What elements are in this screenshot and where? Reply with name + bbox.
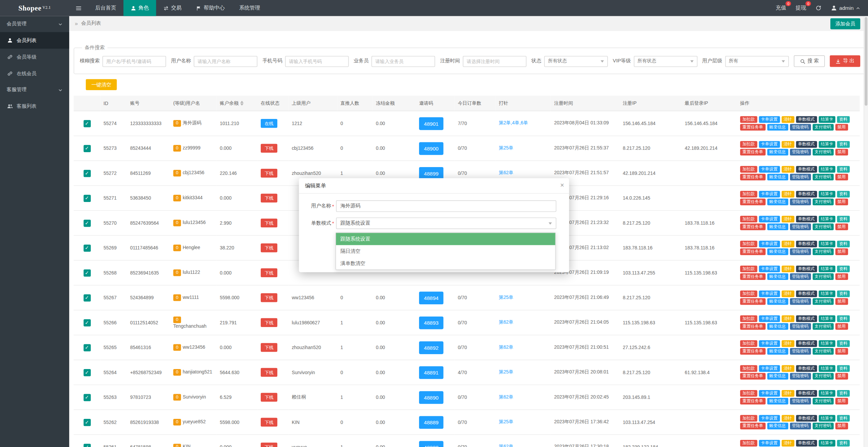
action-profile-button[interactable]: 资料: [837, 116, 850, 123]
reg-time-input[interactable]: [463, 56, 527, 67]
action-account-change-info-button[interactable]: 账变信息: [767, 323, 788, 330]
action-reset-task-order-button[interactable]: 重置任务单: [740, 149, 765, 156]
row-checkbox[interactable]: [83, 394, 91, 401]
nav-item-role[interactable]: 角色: [123, 0, 156, 16]
dropdown-option-1[interactable]: 隔日清空: [336, 245, 555, 257]
refresh-icon[interactable]: [815, 5, 822, 11]
action-add-deduct-button[interactable]: 加扣款: [740, 141, 757, 148]
needle-link[interactable]: 第25单: [499, 145, 513, 150]
action-reset-task-order-button[interactable]: 重置任务单: [740, 199, 765, 205]
action-clear-needle-button[interactable]: 清针: [781, 265, 794, 272]
action-settlement-card-button[interactable]: 结算卡: [818, 216, 835, 222]
action-profile-button[interactable]: 资料: [837, 415, 850, 422]
action-disable-button[interactable]: 禁用: [835, 248, 848, 255]
sidebar-item-member-list[interactable]: 会员列表: [0, 32, 69, 49]
action-add-deduct-button[interactable]: 加扣款: [740, 265, 757, 272]
action-disable-button[interactable]: 禁用: [835, 298, 848, 305]
table-header-3[interactable]: 账户余额: [216, 96, 257, 111]
action-account-change-info-button[interactable]: 账变信息: [767, 248, 788, 255]
row-checkbox[interactable]: [83, 120, 91, 127]
action-add-deduct-button[interactable]: 加扣款: [740, 116, 757, 123]
invite-code-button[interactable]: 48894: [419, 291, 443, 304]
action-clear-needle-button[interactable]: 清针: [781, 141, 794, 148]
sort-icon[interactable]: [240, 101, 244, 106]
action-reset-task-order-button[interactable]: 重置任务单: [740, 373, 765, 380]
action-login-password-button[interactable]: 登陆密码: [790, 398, 811, 404]
action-clear-needle-button[interactable]: 清针: [781, 340, 794, 347]
action-settlement-card-button[interactable]: 结算卡: [818, 116, 835, 123]
action-disable-button[interactable]: 禁用: [835, 323, 848, 330]
export-button[interactable]: 导 出: [830, 55, 860, 67]
action-order-count-mode-button[interactable]: 单数模式: [796, 340, 817, 347]
action-pay-password-button[interactable]: 支付密码: [812, 174, 833, 180]
invite-code-button[interactable]: 48893: [419, 316, 443, 329]
action-profile-button[interactable]: 资料: [837, 390, 850, 397]
action-profile-button[interactable]: 资料: [837, 166, 850, 172]
nav-item-trade[interactable]: 交易: [156, 0, 189, 16]
action-clear-needle-button[interactable]: 清针: [781, 166, 794, 172]
action-pay-password-button[interactable]: 支付密码: [812, 273, 833, 280]
action-add-deduct-button[interactable]: 加扣款: [740, 290, 757, 297]
username-input[interactable]: [194, 56, 257, 67]
status-select[interactable]: 所有状态: [544, 56, 608, 67]
row-checkbox[interactable]: [83, 294, 91, 301]
invite-code-button[interactable]: 48901: [419, 117, 443, 130]
action-pay-password-button[interactable]: 支付密码: [812, 348, 833, 355]
row-checkbox[interactable]: [83, 269, 91, 276]
action-pay-password-button[interactable]: 支付密码: [812, 248, 833, 255]
invite-code-button[interactable]: 48890: [419, 391, 443, 404]
action-clear-needle-button[interactable]: 清针: [781, 191, 794, 198]
action-card-order-setting-button[interactable]: 卡单设置: [759, 415, 780, 422]
action-settlement-card-button[interactable]: 结算卡: [818, 315, 835, 322]
row-checkbox[interactable]: [83, 145, 91, 152]
action-login-password-button[interactable]: 登陆密码: [790, 323, 811, 330]
action-order-count-mode-button[interactable]: 单数模式: [796, 290, 817, 297]
invite-code-button[interactable]: 48891: [419, 366, 443, 379]
action-order-count-mode-button[interactable]: 单数模式: [796, 116, 817, 123]
action-login-password-button[interactable]: 登陆密码: [790, 373, 811, 380]
needle-link[interactable]: 第62单: [499, 344, 513, 350]
action-card-order-setting-button[interactable]: 卡单设置: [759, 241, 780, 247]
action-login-password-button[interactable]: 登陆密码: [790, 298, 811, 305]
action-add-deduct-button[interactable]: 加扣款: [740, 166, 757, 172]
recharge-link[interactable]: 充值 0: [776, 4, 786, 12]
clear-all-button[interactable]: 一键清空: [86, 79, 117, 90]
dropdown-option-0[interactable]: 跟随系统设置: [336, 233, 555, 245]
action-login-password-button[interactable]: 登陆密码: [790, 273, 811, 280]
close-icon[interactable]: ×: [560, 178, 564, 193]
salesman-input[interactable]: [372, 56, 435, 67]
action-card-order-setting-button[interactable]: 卡单设置: [759, 315, 780, 322]
action-reset-task-order-button[interactable]: 重置任务单: [740, 273, 765, 280]
action-account-change-info-button[interactable]: 账变信息: [767, 298, 788, 305]
action-settlement-card-button[interactable]: 结算卡: [818, 340, 835, 347]
action-pay-password-button[interactable]: 支付密码: [812, 423, 833, 429]
action-add-deduct-button[interactable]: 加扣款: [740, 216, 757, 222]
action-pay-password-button[interactable]: 支付密码: [812, 124, 833, 130]
action-pay-password-button[interactable]: 支付密码: [812, 149, 833, 156]
invite-code-button[interactable]: 48889: [419, 416, 443, 429]
action-clear-needle-button[interactable]: 清针: [781, 216, 794, 222]
action-reset-task-order-button[interactable]: 重置任务单: [740, 124, 765, 130]
add-member-button[interactable]: 添加会员: [830, 18, 860, 29]
action-clear-needle-button[interactable]: 清针: [781, 390, 794, 397]
action-login-password-button[interactable]: 登陆密码: [790, 149, 811, 156]
nav-item-system[interactable]: 系统管理: [232, 0, 267, 16]
action-order-count-mode-button[interactable]: 单数模式: [796, 241, 817, 247]
action-profile-button[interactable]: 资料: [837, 191, 850, 198]
action-login-password-button[interactable]: 登陆密码: [790, 248, 811, 255]
action-disable-button[interactable]: 禁用: [835, 348, 848, 355]
action-settlement-card-button[interactable]: 结算卡: [818, 241, 835, 247]
action-login-password-button[interactable]: 登陆密码: [790, 223, 811, 230]
nav-item-help-center[interactable]: 帮助中心: [189, 0, 232, 16]
search-button[interactable]: 搜 索: [793, 55, 825, 67]
action-card-order-setting-button[interactable]: 卡单设置: [759, 290, 780, 297]
needle-link[interactable]: 第62单: [499, 444, 513, 447]
action-profile-button[interactable]: 资料: [837, 315, 850, 322]
nav-item-home[interactable]: 后台首页: [88, 0, 123, 16]
vip-level-select[interactable]: 所有状态: [634, 56, 697, 67]
action-login-password-button[interactable]: 登陆密码: [790, 124, 811, 130]
action-pay-password-button[interactable]: 支付密码: [812, 298, 833, 305]
user-level-select[interactable]: 所有: [725, 56, 789, 67]
row-checkbox[interactable]: [83, 419, 91, 426]
action-order-count-mode-button[interactable]: 单数模式: [796, 216, 817, 222]
